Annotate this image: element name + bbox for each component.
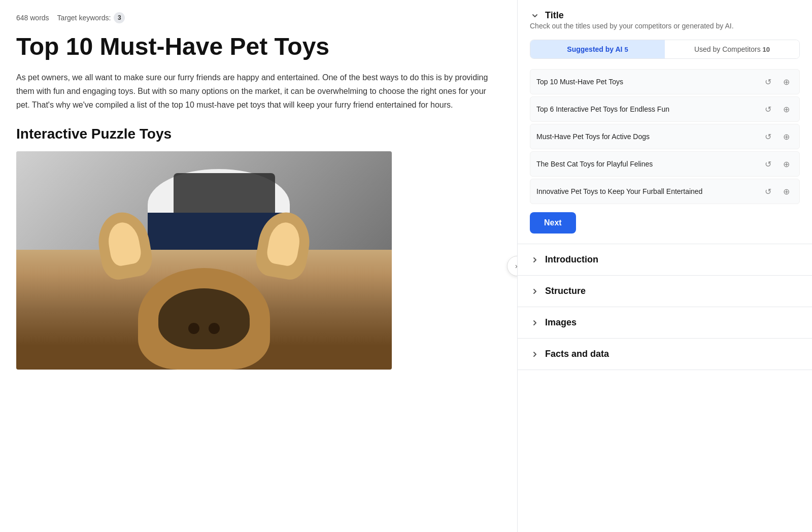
title-refresh-button-5[interactable]: ↺ [761,184,775,198]
plus-circle-icon: ⊕ [783,77,790,87]
tab-competitors-count: 10 [763,46,770,53]
refresh-icon: ↺ [765,159,771,169]
images-section: Images [518,307,812,339]
title-item-text-3: Must-Have Pet Toys for Active Dogs [536,132,761,141]
introduction-section-header[interactable]: Introduction [518,244,812,275]
keyword-badge: Target keywords: 3 [57,12,125,23]
article-title: Top 10 Must-Have Pet Toys [16,34,501,60]
title-section-label: Title [545,10,564,21]
article-image [16,151,392,370]
structure-section-header[interactable]: Structure [518,276,812,307]
images-section-header[interactable]: Images [518,307,812,338]
title-section-header[interactable]: Title [518,0,812,21]
facts-section-label: Facts and data [545,349,609,359]
left-panel: 648 words Target keywords: 3 Top 10 Must… [0,0,518,532]
keyword-count: 3 [114,12,125,23]
chevron-right-icon [530,318,540,328]
tab-ai-count: 5 [624,46,628,53]
plus-circle-icon: ⊕ [783,159,790,169]
refresh-icon: ↺ [765,187,771,196]
facts-section-header[interactable]: Facts and data [518,339,812,370]
title-item-actions-4: ↺ ⊕ [761,157,793,171]
title-list: Top 10 Must-Have Pet Toys ↺ ⊕ Top 6 Inte… [530,69,800,204]
word-count: 648 words [16,14,49,22]
title-add-button-1[interactable]: ⊕ [779,75,793,89]
title-item: The Best Cat Toys for Playful Felines ↺ … [530,151,800,177]
facts-section: Facts and data [518,339,812,370]
title-refresh-button-3[interactable]: ↺ [761,129,775,144]
refresh-icon: ↺ [765,105,771,114]
tab-ai-label: Suggested by AI [567,45,622,53]
title-refresh-button-1[interactable]: ↺ [761,75,775,89]
title-section-description: Check out the titles used by your compet… [530,21,800,31]
target-keywords-label: Target keywords: [57,14,111,22]
title-item: Top 10 Must-Have Pet Toys ↺ ⊕ [530,69,800,94]
introduction-section-label: Introduction [545,254,598,265]
title-section: Title Check out the titles used by your … [518,0,812,244]
title-item-actions-2: ↺ ⊕ [761,102,793,116]
next-button[interactable]: Next [530,212,576,234]
right-panel: Title Check out the titles used by your … [518,0,812,532]
structure-section-label: Structure [545,286,586,296]
title-add-button-3[interactable]: ⊕ [779,129,793,144]
title-item-text-4: The Best Cat Toys for Playful Felines [536,160,761,168]
images-section-label: Images [545,317,577,328]
title-item: Top 6 Interactive Pet Toys for Endless F… [530,96,800,122]
title-item: Must-Have Pet Toys for Active Dogs ↺ ⊕ [530,124,800,149]
title-refresh-button-2[interactable]: ↺ [761,102,775,116]
title-item-text-5: Innovative Pet Toys to Keep Your Furball… [536,187,761,195]
chevron-double-right-icon: » [515,262,518,270]
title-add-button-2[interactable]: ⊕ [779,102,793,116]
title-refresh-button-4[interactable]: ↺ [761,157,775,171]
article-intro: As pet owners, we all want to make sure … [16,71,501,112]
tab-suggested-by-ai[interactable]: Suggested by AI 5 [530,40,665,58]
title-item-text-2: Top 6 Interactive Pet Toys for Endless F… [536,105,761,113]
title-item-text-1: Top 10 Must-Have Pet Toys [536,78,761,86]
refresh-icon: ↺ [765,132,771,142]
refresh-icon: ↺ [765,77,771,87]
title-item-actions-3: ↺ ⊕ [761,129,793,144]
top-bar: 648 words Target keywords: 3 [16,12,501,23]
structure-section: Structure [518,276,812,307]
title-add-button-5[interactable]: ⊕ [779,184,793,198]
tab-used-by-competitors[interactable]: Used by Competitors 10 [665,40,799,58]
title-add-button-4[interactable]: ⊕ [779,157,793,171]
collapse-panel-button[interactable]: » [507,256,518,276]
plus-circle-icon: ⊕ [783,105,790,114]
introduction-section: Introduction [518,244,812,276]
title-tab-group: Suggested by AI 5 Used by Competitors 10 [530,40,800,59]
title-section-body: Check out the titles used by your compet… [518,21,812,244]
tab-competitors-label: Used by Competitors [694,45,761,53]
chevron-down-icon [530,11,540,21]
plus-circle-icon: ⊕ [783,187,790,196]
chevron-right-icon [530,255,540,265]
chevron-right-icon [530,286,540,296]
title-item-actions-1: ↺ ⊕ [761,75,793,89]
plus-circle-icon: ⊕ [783,132,790,142]
chevron-right-icon [530,349,540,359]
section-heading: Interactive Puzzle Toys [16,126,501,142]
title-item-actions-5: ↺ ⊕ [761,184,793,198]
title-item: Innovative Pet Toys to Keep Your Furball… [530,179,800,204]
